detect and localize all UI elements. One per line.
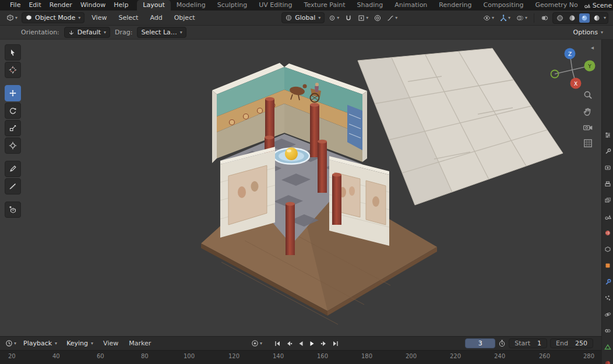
menu-view[interactable]: View [87,14,111,22]
constraints-icon[interactable] [602,323,613,339]
pivot-point-icon [329,15,336,22]
editor-type-selector[interactable]: ▾ [5,13,19,23]
tab-sculpting[interactable]: Sculpting [212,0,253,10]
object-icon[interactable] [602,257,613,274]
playback-menu[interactable]: Playback ▾ [19,338,61,349]
tab-uv-editing[interactable]: UV Editing [253,0,298,10]
play-icon [309,340,316,347]
select-box-tool[interactable] [5,44,21,61]
drag-dropdown[interactable]: Select La… ▾ [137,27,186,38]
move-tool[interactable] [5,85,21,101]
ruler-tick: 200 [406,353,417,359]
auto-key-button[interactable]: ▾ [249,338,264,348]
scene-name: Scene [593,2,612,9]
material-icon[interactable] [602,355,613,364]
menu-object[interactable]: Object [170,14,200,22]
keying-menu[interactable]: Keying ▾ [62,338,97,349]
orientation-value: Default [77,29,101,36]
tab-geometry-nodes[interactable]: Geometry No [529,0,583,10]
collapse-arrow-icon[interactable]: ◂ [591,44,594,51]
play-reverse-button[interactable] [295,338,306,348]
prev-keyframe-button[interactable] [283,338,294,348]
scale-tool[interactable] [5,120,21,136]
tab-layout[interactable]: Layout [137,0,170,10]
falloff-dropdown[interactable]: ▾ [385,13,399,23]
visibility-eye-icon [483,15,491,22]
next-keyframe-button[interactable] [318,338,329,348]
orientation-default-dropdown[interactable]: Default ▾ [64,27,110,38]
xray-toggle[interactable] [539,13,550,23]
start-frame-field[interactable]: Start 1 [509,338,547,348]
add-cube-tool[interactable] [5,202,21,218]
proportional-edit-toggle[interactable] [372,13,383,23]
menu-window[interactable]: Window [76,0,110,10]
collection-icon[interactable] [602,241,613,257]
timeline-marker-menu[interactable]: Marker [124,340,156,347]
menu-render[interactable]: Render [45,0,76,10]
view-layer-icon[interactable] [602,192,613,208]
viewport-3d[interactable]: Z Y X ◂ [0,40,613,336]
annotate-tool[interactable] [5,161,21,177]
material-shading-button[interactable] [579,13,590,23]
snap-target-dropdown[interactable]: ▾ [356,13,370,23]
menu-file[interactable]: File [6,0,24,10]
room-model[interactable] [212,63,389,255]
wireframe-shading-button[interactable] [555,13,565,23]
play-button[interactable] [306,338,318,348]
end-frame-field[interactable]: End 250 [550,338,593,348]
tab-rendering[interactable]: Rendering [433,0,477,10]
orientation-label: Orientation: [21,29,59,36]
orientation-dropdown[interactable]: Global ▾ [281,12,325,23]
stopwatch-icon[interactable] [498,340,506,347]
timeline-editor-selector[interactable]: ▾ [3,338,18,348]
transform-tool[interactable] [5,137,21,154]
menu-edit[interactable]: Edit [24,0,45,10]
particles-icon[interactable] [602,290,613,306]
measure-tool[interactable] [5,178,21,195]
caret-icon: ▾ [508,16,510,20]
mode-dropdown[interactable]: Object Mode ▾ [22,12,84,23]
scene-selector[interactable]: Scene × [584,2,613,9]
tab-modeling[interactable]: Modeling [171,0,212,10]
tab-compositing[interactable]: Compositing [478,0,530,10]
caret-icon: ▾ [395,16,397,20]
camera-view-button[interactable] [583,122,593,133]
options-dropdown[interactable]: Options ▾ [569,27,607,38]
axis-gizmo[interactable]: Z Y X [545,44,599,90]
timeline-view-menu[interactable]: View [98,340,123,347]
tab-animation[interactable]: Animation [389,0,433,10]
menu-add[interactable]: Add [145,14,167,22]
render-icon[interactable] [602,160,613,176]
tool-shelf [5,44,21,218]
snap-toggle[interactable] [343,13,354,23]
grid-ortho-button[interactable] [583,138,593,149]
topbar: File Edit Render Window Help Layout Mode… [0,0,613,10]
scene-icon[interactable] [602,208,613,225]
pan-hand-button[interactable] [583,106,593,116]
gizmos-dropdown[interactable]: ▾ [498,13,512,23]
timeline-ruler[interactable]: 20 40 60 80 100 120 140 160 180 200 220 … [0,350,601,364]
tool-icon[interactable] [602,143,613,160]
overlays-dropdown[interactable]: ▾ [515,13,529,23]
visibility-dropdown[interactable]: ▾ [481,13,496,23]
world-icon[interactable] [602,225,613,241]
tab-shading[interactable]: Shading [351,0,389,10]
jump-start-button[interactable] [272,338,283,348]
modifiers-icon[interactable] [602,274,613,290]
rendered-shading-button[interactable] [591,13,602,23]
current-frame-field[interactable]: 3 [465,338,495,348]
cursor-tool[interactable] [5,62,21,78]
jump-end-button[interactable] [330,338,341,348]
menu-help[interactable]: Help [110,0,132,10]
physics-icon[interactable] [602,306,613,323]
tab-texture-paint[interactable]: Texture Paint [298,0,351,10]
pivot-point-dropdown[interactable]: ▾ [327,13,341,23]
menu-select[interactable]: Select [114,14,143,22]
zoom-button[interactable] [583,90,593,100]
object-data-icon[interactable] [602,339,613,355]
properties-editor-icon[interactable] [602,127,613,143]
solid-shading-button[interactable] [567,13,577,23]
output-icon[interactable] [602,176,613,192]
caret-icon[interactable]: ▾ [604,16,606,20]
rotate-tool[interactable] [5,103,21,119]
